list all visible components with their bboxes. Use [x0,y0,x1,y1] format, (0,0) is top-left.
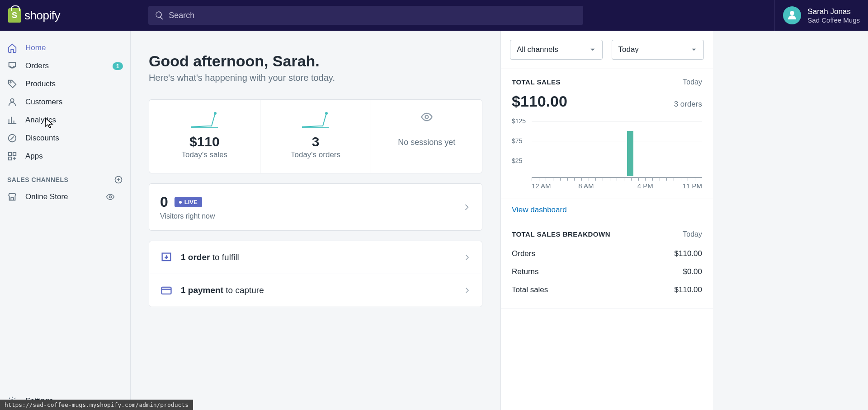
plus-circle-icon[interactable] [114,175,123,184]
chart-icon [7,115,17,125]
payment-icon [160,284,173,297]
task-capture[interactable]: 1 payment to capture [149,274,482,307]
page-subtitle: Here's what's happening with your store … [149,73,482,83]
nav-label: Analytics [25,116,56,125]
breakdown-panel: TOTAL SALES BREAKDOWN Today Orders$110.0… [501,221,713,308]
status-bar: https://sad-coffee-mugs.myshopify.com/ad… [0,400,193,410]
nav-label: Apps [25,152,43,161]
sales-chart: $125 $75 $25 12 AM 8 AM 4 PM 11 PM [512,117,702,190]
top-nav: shopify Sarah Jonas Sad Coffee Mugs [0,0,868,31]
card-orders[interactable]: 3 Today's orders [260,100,372,173]
chevron-right-icon [462,203,471,212]
store-name: Sad Coffee Mugs [807,16,860,24]
summary-cards: $110 Today's sales 3 Today's orders No s… [149,99,482,173]
avatar [783,6,801,24]
task-text: 1 payment to capture [181,285,264,295]
task-fulfill[interactable]: 1 order to fulfill [149,241,482,274]
fulfill-icon [160,251,173,264]
right-column: All channels Today TOTAL SALES Today $11… [500,31,713,410]
orders-value: 3 [260,134,371,149]
sparkline-icon [190,111,219,129]
page-title: Good afternoon, Sarah. [149,52,482,70]
live-visitors-card[interactable]: 0 LIVE Visitors right now [149,183,482,231]
sessions-empty: No sessions yet [371,130,482,147]
sales-value: $110 [149,134,260,149]
inbox-icon [7,61,17,71]
nav-label: Home [25,43,46,52]
view-dashboard-link[interactable]: View dashboard [512,205,567,214]
svg-point-7 [109,196,112,198]
total-sales-panel: TOTAL SALES Today $110.00 3 orders $125 … [501,69,713,199]
svg-point-0 [10,82,11,83]
panel-title: TOTAL SALES BREAKDOWN [512,230,610,238]
svg-point-1 [10,99,14,102]
nav-customers[interactable]: Customers [0,93,130,111]
panel-period: Today [683,230,702,238]
sales-label: Today's sales [149,150,260,159]
live-count: 0 [160,194,168,210]
nav-orders[interactable]: Orders 1 [0,57,130,75]
nav-analytics[interactable]: Analytics [0,111,130,129]
svg-rect-3 [9,153,11,155]
nav-apps[interactable]: Apps [0,147,130,165]
total-amount: $110.00 [512,93,567,110]
person-icon [7,97,17,107]
percent-icon [7,133,17,143]
caret-down-icon [691,47,697,53]
grid-icon [7,151,17,161]
range-select[interactable]: Today [612,40,704,60]
channel-select[interactable]: All channels [510,40,603,60]
svg-rect-4 [13,153,16,155]
svg-point-13 [425,116,428,119]
nav-label: Online Store [25,192,68,201]
chevron-right-icon [463,253,471,261]
nav-online-store[interactable]: Online Store [0,188,130,206]
user-menu[interactable]: Sarah Jonas Sad Coffee Mugs [775,6,860,24]
sidebar: Home Orders 1 Products Customers Analyti… [0,31,131,410]
nav-label: Orders [25,61,49,70]
nav-label: Discounts [25,134,59,143]
tag-icon [7,79,17,89]
eye-icon [420,111,433,123]
card-sales[interactable]: $110 Today's sales [149,100,260,173]
eye-icon[interactable] [106,192,115,201]
svg-point-11 [325,112,328,115]
svg-point-9 [214,112,217,115]
tasks-card: 1 order to fulfill 1 payment to capture [149,241,482,307]
brand-text: shopify [24,9,60,23]
logo[interactable]: shopify [8,8,130,23]
orders-badge: 1 [113,62,123,70]
person-icon [787,10,797,21]
task-text: 1 order to fulfill [181,252,239,262]
nav-home[interactable]: Home [0,39,130,57]
home-icon [7,43,17,53]
search-input[interactable] [169,11,577,20]
store-icon [7,192,17,202]
orders-label: Today's orders [260,150,371,159]
search-bar[interactable] [148,6,583,25]
caret-down-icon [590,47,596,53]
nav-products[interactable]: Products [0,75,130,93]
sales-channels-header: SALES CHANNELS [0,165,130,188]
orders-count: 3 orders [674,100,702,109]
chevron-right-icon [463,286,471,294]
search-icon [155,10,164,20]
nav-label: Products [25,79,56,89]
panel-period: Today [683,78,702,86]
nav-label: Customers [25,98,62,107]
card-sessions[interactable]: No sessions yet [371,100,482,173]
live-badge: LIVE [175,197,202,207]
breakdown-row: Orders$110.00 [512,245,702,263]
svg-rect-5 [9,157,11,160]
sparkline-icon [301,111,330,129]
panel-title: TOTAL SALES [512,78,561,86]
chart-bar [627,131,633,176]
shopify-bag-icon [8,8,21,23]
nav-discounts[interactable]: Discounts [0,129,130,147]
user-name: Sarah Jonas [807,7,860,16]
live-subtitle: Visitors right now [160,212,215,220]
breakdown-row: Total sales$110.00 [512,281,702,299]
breakdown-row: Returns$0.00 [512,263,702,281]
svg-rect-14 [162,287,171,294]
